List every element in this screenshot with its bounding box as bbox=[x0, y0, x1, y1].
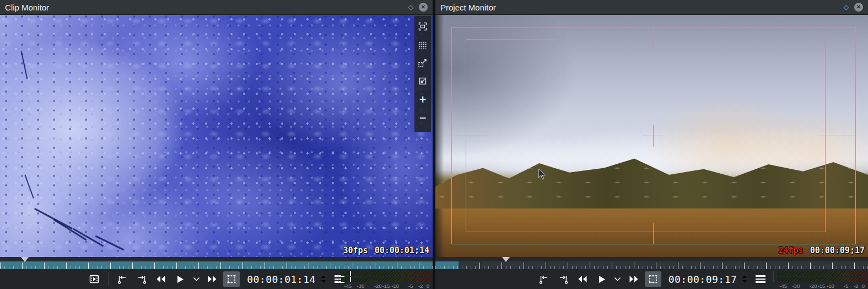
zone-end-button[interactable] bbox=[133, 271, 150, 287]
clip-transport-controls: 00:00:01:14 bbox=[86, 271, 347, 287]
clip-monitor-title: Clip Monitor bbox=[5, 3, 403, 12]
scale-label: -20 bbox=[374, 283, 382, 289]
zoom-out-icon[interactable] bbox=[417, 76, 428, 87]
meter-bar-left bbox=[777, 271, 867, 276]
project-monitor-video-area[interactable]: 24fps00:00:09;17 bbox=[435, 14, 868, 257]
fast-forward-button[interactable] bbox=[626, 271, 642, 287]
scale-label: -2 bbox=[854, 283, 858, 289]
clip-meter-bars bbox=[338, 271, 432, 282]
clip-video-frame bbox=[0, 15, 433, 257]
project-playhead-marker[interactable] bbox=[502, 257, 510, 262]
scale-label: -5 bbox=[408, 283, 413, 289]
scale-label: -45 bbox=[344, 283, 352, 289]
scale-label: -2 bbox=[418, 283, 423, 289]
meter-bar-right bbox=[341, 277, 432, 282]
project-osd: 24fps00:00:09;17 bbox=[779, 245, 865, 255]
insert-zone-button[interactable] bbox=[86, 271, 103, 287]
monitor-overlay-toolbar: + − bbox=[414, 16, 431, 132]
project-fps-overlay: 24fps bbox=[779, 245, 804, 255]
project-audio-meter: -45 -30 -20 -15 -10 -5 -2 0 bbox=[773, 271, 867, 289]
project-monitor-title: Project Monitor bbox=[440, 3, 838, 12]
mouse-cursor bbox=[538, 168, 547, 180]
grid-icon[interactable] bbox=[417, 39, 428, 50]
zoom-increase-icon[interactable]: + bbox=[417, 94, 428, 105]
float-dock-icon[interactable]: ◇ bbox=[408, 4, 413, 10]
meter-peak-indicator bbox=[350, 277, 351, 282]
play-button[interactable] bbox=[594, 271, 610, 287]
project-ruler-band[interactable] bbox=[435, 261, 868, 269]
scale-label: -20 bbox=[810, 283, 817, 289]
rewind-button[interactable] bbox=[574, 271, 591, 287]
zone-start-button[interactable] bbox=[114, 271, 131, 287]
clip-playhead-marker[interactable] bbox=[21, 257, 29, 262]
zoom-decrease-icon[interactable]: − bbox=[417, 112, 428, 123]
project-monitor-titlebar[interactable]: Project Monitor ◇ ✕ bbox=[435, 0, 868, 14]
meter-bar-right bbox=[777, 277, 867, 282]
grid-dots bbox=[418, 41, 427, 49]
project-monitor-ruler[interactable] bbox=[435, 257, 868, 269]
close-icon[interactable]: ✕ bbox=[854, 3, 863, 12]
play-button[interactable] bbox=[172, 271, 188, 287]
kdenlive-monitors-window: Clip Monitor ◇ ✕ bbox=[0, 0, 868, 289]
project-transport-controls: 00:00:09:17 bbox=[536, 271, 768, 287]
scale-label: -5 bbox=[844, 283, 848, 289]
scale-label: -10 bbox=[827, 283, 834, 289]
float-dock-icon[interactable]: ◇ bbox=[844, 4, 849, 10]
meter-bar-left bbox=[341, 271, 432, 276]
clip-monitor-titlebar[interactable]: Clip Monitor ◇ ✕ bbox=[0, 0, 433, 14]
timecode-spinner[interactable] bbox=[320, 274, 327, 285]
zone-toggle-button[interactable] bbox=[645, 271, 661, 287]
clip-monitor-panel: Clip Monitor ◇ ✕ bbox=[0, 0, 433, 289]
play-options-chevron-icon[interactable] bbox=[191, 271, 201, 287]
fullscreen-icon[interactable] bbox=[417, 21, 428, 32]
safe-zone-bottom-tick bbox=[653, 223, 654, 244]
clip-timecode-field[interactable]: 00:00:01:14 bbox=[247, 274, 316, 285]
monitor-menu-button[interactable] bbox=[753, 271, 768, 287]
clip-meter-scale: -45 -30 -20 -15 -10 -5 -2 0 bbox=[341, 283, 432, 289]
safe-zone-left-tick bbox=[451, 136, 488, 136]
project-transport-bar: 00:00:09:17 -45 -30 -20 -15 bbox=[435, 269, 868, 289]
scale-label: -15 bbox=[818, 283, 826, 289]
zoom-in-icon[interactable] bbox=[417, 57, 428, 68]
close-icon[interactable]: ✕ bbox=[419, 3, 428, 12]
scale-label: -30 bbox=[357, 283, 364, 289]
clip-timecode-overlay: 00:00:01;14 bbox=[375, 245, 429, 255]
scale-label: -45 bbox=[779, 283, 787, 289]
project-meter-scale: -45 -30 -20 -15 -10 -5 -2 0 bbox=[776, 283, 867, 289]
clip-osd: 30fps00:00:01;14 bbox=[343, 245, 430, 255]
safe-zone-right-tick bbox=[820, 136, 856, 136]
zone-start-button[interactable] bbox=[536, 271, 552, 287]
zone-toggle-button[interactable] bbox=[223, 271, 240, 287]
toolbar-separator bbox=[108, 272, 109, 286]
project-timecode-field[interactable]: 00:00:09:17 bbox=[668, 274, 737, 285]
scale-label: -15 bbox=[382, 283, 390, 289]
scale-label: -10 bbox=[391, 283, 399, 289]
project-zone-segment[interactable] bbox=[435, 261, 459, 269]
scale-label: -30 bbox=[792, 283, 800, 289]
play-options-chevron-icon[interactable] bbox=[613, 271, 623, 287]
clip-monitor-ruler[interactable] bbox=[0, 257, 433, 269]
clip-ruler-zone-band[interactable] bbox=[0, 261, 433, 269]
project-meter-bars bbox=[773, 271, 867, 282]
rewind-button[interactable] bbox=[153, 271, 169, 287]
scale-label: 0 bbox=[862, 283, 865, 289]
clip-monitor-video-area[interactable]: + − 30fps00:00:01;14 bbox=[0, 14, 433, 257]
project-timecode-overlay: 00:00:09;17 bbox=[810, 245, 865, 255]
timecode-spinner[interactable] bbox=[741, 274, 748, 285]
clip-fps-overlay: 30fps bbox=[343, 245, 368, 255]
meter-peak-indicator bbox=[350, 271, 351, 276]
fast-forward-button[interactable] bbox=[204, 271, 220, 287]
scale-label: 0 bbox=[427, 283, 429, 289]
safe-zone-top-tick bbox=[653, 27, 654, 48]
project-monitor-panel: Project Monitor ◇ ✕ 24fps00:00:09;17 bbox=[435, 0, 868, 289]
clip-transport-bar: 00:00:01:14 -45 -30 -20 -15 bbox=[0, 269, 433, 289]
safe-zone-center-cross-v bbox=[653, 125, 654, 147]
zone-end-button[interactable] bbox=[555, 271, 572, 287]
clip-audio-meter: -45 -30 -20 -15 -10 -5 -2 0 bbox=[338, 271, 432, 289]
